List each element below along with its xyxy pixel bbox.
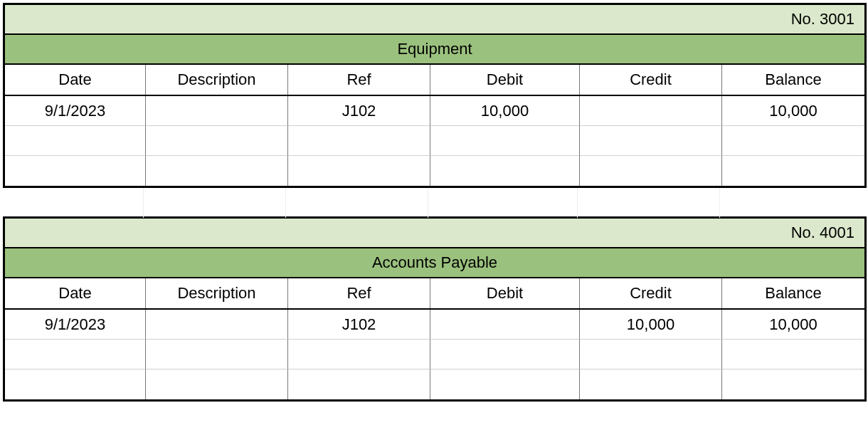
ledger-gap [3, 188, 862, 216]
cell-credit [580, 156, 722, 186]
cell-credit [580, 96, 722, 126]
column-headers: Date Description Ref Debit Credit Balanc… [5, 278, 864, 310]
table-row: 9/1/2023 J102 10,000 10,000 [5, 96, 864, 126]
col-date: Date [5, 278, 146, 308]
cell-ref [288, 340, 430, 369]
cell-date [5, 126, 146, 156]
cell-credit [580, 369, 722, 399]
ledger-number: No. 4001 [791, 224, 854, 242]
cell-balance [722, 126, 864, 156]
ledger-title: Equipment [397, 40, 472, 58]
table-row [5, 156, 864, 186]
cell-date: 9/1/2023 [5, 96, 146, 126]
col-balance: Balance [722, 278, 864, 308]
cell-description [146, 96, 288, 126]
col-debit: Debit [430, 278, 580, 308]
col-credit: Credit [580, 65, 722, 95]
cell-description [146, 369, 288, 399]
col-debit: Debit [430, 65, 580, 95]
cell-balance [722, 156, 864, 186]
ledger-equipment: No. 3001 Equipment Date Description Ref … [3, 3, 867, 188]
col-ref: Ref [288, 65, 430, 95]
cell-date [5, 156, 146, 186]
col-date: Date [5, 65, 146, 95]
cell-balance [722, 340, 864, 369]
col-credit: Credit [580, 278, 722, 308]
cell-ref [288, 156, 430, 186]
table-row [5, 126, 864, 156]
cell-description [146, 310, 288, 340]
col-balance: Balance [722, 65, 864, 95]
table-row [5, 369, 864, 399]
cell-debit [430, 126, 580, 156]
table-row [5, 340, 864, 369]
table-row: 9/1/2023 J102 10,000 10,000 [5, 310, 864, 340]
ledger-accounts-payable: No. 4001 Accounts Payable Date Descripti… [3, 216, 867, 402]
ledger-title-row: Accounts Payable [5, 248, 864, 278]
cell-ref [288, 369, 430, 399]
cell-credit [580, 126, 722, 156]
cell-debit [430, 310, 580, 340]
cell-description [146, 156, 288, 186]
ledger-number: No. 3001 [791, 10, 854, 28]
cell-balance: 10,000 [722, 96, 864, 126]
cell-debit: 10,000 [430, 96, 580, 126]
col-description: Description [146, 65, 288, 95]
ledger-title-row: Equipment [5, 35, 864, 65]
cell-ref: J102 [288, 96, 430, 126]
cell-ref: J102 [288, 310, 430, 340]
cell-date: 9/1/2023 [5, 310, 146, 340]
cell-debit [430, 340, 580, 369]
cell-description [146, 126, 288, 156]
cell-description [146, 340, 288, 369]
cell-credit: 10,000 [580, 310, 722, 340]
cell-credit [580, 340, 722, 369]
cell-date [5, 340, 146, 369]
ledger-number-row: No. 3001 [5, 5, 864, 35]
ledger-number-row: No. 4001 [5, 219, 864, 248]
cell-debit [430, 369, 580, 399]
ledger-title: Accounts Payable [372, 253, 497, 272]
cell-debit [430, 156, 580, 186]
cell-date [5, 369, 146, 399]
col-description: Description [146, 278, 288, 308]
cell-balance: 10,000 [722, 310, 864, 340]
cell-balance [722, 369, 864, 399]
cell-ref [288, 126, 430, 156]
column-headers: Date Description Ref Debit Credit Balanc… [5, 65, 864, 96]
col-ref: Ref [288, 278, 430, 308]
